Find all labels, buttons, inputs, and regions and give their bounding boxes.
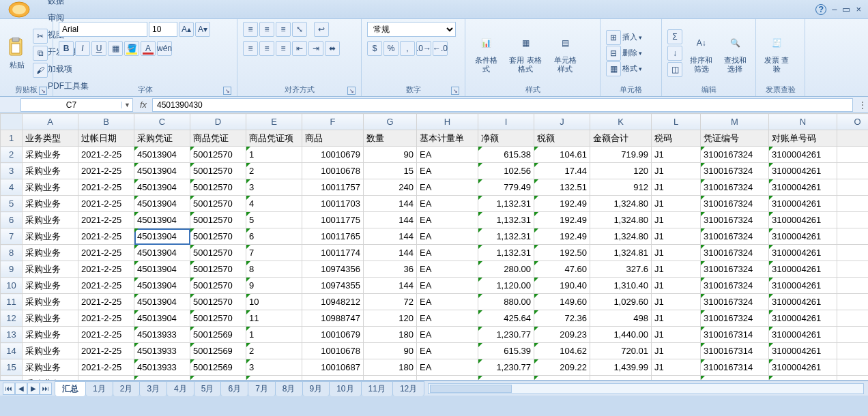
- indent-inc-button[interactable]: ⇥: [308, 41, 323, 56]
- cell[interactable]: 104.62: [534, 343, 590, 359]
- cell[interactable]: 50012570: [190, 278, 246, 294]
- sheet-nav-first[interactable]: ⏮: [3, 383, 15, 395]
- cell[interactable]: 商品凭证项: [246, 130, 302, 147]
- cell[interactable]: 192.49: [534, 228, 590, 245]
- phonetic-button[interactable]: wén: [157, 41, 172, 56]
- cell[interactable]: 45013933: [134, 359, 190, 376]
- cell[interactable]: J1: [652, 278, 701, 294]
- cell[interactable]: 1,310.40: [590, 278, 652, 294]
- name-box-dropdown[interactable]: ▼: [121, 102, 132, 108]
- cell[interactable]: 10011774: [302, 245, 364, 261]
- clear-button[interactable]: ◫: [667, 62, 682, 77]
- cell[interactable]: 1,324.81: [590, 245, 652, 261]
- minimize-icon[interactable]: –: [832, 4, 837, 14]
- cell[interactable]: 10988747: [302, 310, 364, 327]
- cell[interactable]: 采购业务: [23, 343, 78, 359]
- cell[interactable]: 2: [246, 163, 302, 179]
- row-header[interactable]: 15: [1, 359, 23, 376]
- cell[interactable]: [837, 245, 869, 261]
- cell[interactable]: 10010678: [302, 343, 364, 359]
- cell[interactable]: 采购业务: [23, 179, 78, 196]
- cell[interactable]: [837, 376, 869, 381]
- align-right-button[interactable]: ≡: [276, 41, 291, 56]
- cell[interactable]: 2021-2-25: [78, 327, 134, 343]
- font-size-select[interactable]: [149, 22, 177, 37]
- cell[interactable]: 180: [364, 327, 417, 343]
- sheet-tab[interactable]: 2月: [113, 381, 141, 396]
- align-top-button[interactable]: ≡: [243, 22, 258, 37]
- cell[interactable]: 3100004261: [769, 261, 837, 278]
- cell[interactable]: 3100004261: [769, 310, 837, 327]
- cell[interactable]: 209.23: [534, 327, 590, 343]
- cell[interactable]: 45013904: [134, 196, 190, 212]
- cell[interactable]: 2021-2-25: [78, 228, 134, 245]
- cell[interactable]: 3100167324: [701, 228, 769, 245]
- cell[interactable]: 90: [364, 343, 417, 359]
- row-header[interactable]: 8: [1, 245, 23, 261]
- insert-cells-button[interactable]: ⊞: [606, 30, 621, 45]
- cell[interactable]: 10974356: [302, 261, 364, 278]
- cell[interactable]: 10010678: [302, 163, 364, 179]
- cell[interactable]: 10011757: [302, 179, 364, 196]
- column-header[interactable]: A: [23, 114, 78, 130]
- cell[interactable]: 采购业务: [23, 376, 78, 381]
- comma-button[interactable]: ,: [400, 41, 415, 56]
- cell[interactable]: 4: [246, 196, 302, 212]
- cell[interactable]: 3100004261: [769, 359, 837, 376]
- cell[interactable]: [837, 278, 869, 294]
- cell[interactable]: 779.49: [478, 179, 534, 196]
- cell[interactable]: 过帐日期: [78, 130, 134, 147]
- cell[interactable]: 3100167324: [701, 179, 769, 196]
- cell[interactable]: 3100167324: [701, 163, 769, 179]
- cell[interactable]: 10974355: [302, 278, 364, 294]
- cell[interactable]: 商品凭证: [190, 130, 246, 147]
- cell[interactable]: 1,439.99: [590, 359, 652, 376]
- cell[interactable]: 10011703: [302, 196, 364, 212]
- ribbon-tab[interactable]: 数据: [40, 0, 97, 10]
- copy-button[interactable]: ⧉: [33, 46, 48, 61]
- cell[interactable]: 45013933: [134, 343, 190, 359]
- cell[interactable]: 36: [364, 261, 417, 278]
- cell[interactable]: 1,120.00: [478, 278, 534, 294]
- cell[interactable]: J1: [652, 163, 701, 179]
- column-header[interactable]: K: [590, 114, 652, 130]
- align-middle-button[interactable]: ≡: [259, 22, 274, 37]
- find-select-button[interactable]: 🔍查找和 选择: [721, 25, 751, 81]
- cell[interactable]: 3100167324: [701, 278, 769, 294]
- column-header[interactable]: J: [534, 114, 590, 130]
- cell[interactable]: EA: [417, 310, 478, 327]
- cell[interactable]: J1: [652, 359, 701, 376]
- cell[interactable]: 45013904: [134, 212, 190, 228]
- cell[interactable]: 50012570: [190, 212, 246, 228]
- border-button[interactable]: ▦: [108, 41, 123, 56]
- cell-styles-button[interactable]: ▤单元格 样式: [550, 25, 580, 81]
- cell[interactable]: [837, 212, 869, 228]
- cell[interactable]: 50012569: [190, 343, 246, 359]
- cell[interactable]: 102.56: [478, 163, 534, 179]
- dec-decimal-button[interactable]: ←.0: [433, 41, 448, 56]
- cell[interactable]: EA: [417, 228, 478, 245]
- cell[interactable]: [837, 294, 869, 310]
- cell[interactable]: EA: [417, 278, 478, 294]
- row-header[interactable]: 10: [1, 278, 23, 294]
- spreadsheet-grid[interactable]: ABCDEFGHIJKLMNO1业务类型过帐日期采购凭证商品凭证商品凭证项商品数…: [0, 113, 868, 381]
- cell[interactable]: 209.22: [534, 359, 590, 376]
- cell[interactable]: EA: [417, 147, 478, 163]
- cell[interactable]: 2021-2-25: [78, 376, 134, 381]
- cell[interactable]: 45013904: [134, 278, 190, 294]
- cell[interactable]: J1: [652, 343, 701, 359]
- cell[interactable]: EA: [417, 327, 478, 343]
- number-launcher[interactable]: ↘: [451, 87, 459, 95]
- cut-button[interactable]: ✂: [33, 29, 48, 44]
- cell[interactable]: 1,132.31: [478, 212, 534, 228]
- cell[interactable]: 3: [246, 359, 302, 376]
- column-header[interactable]: N: [769, 114, 837, 130]
- cell[interactable]: J1: [652, 212, 701, 228]
- row-header[interactable]: 16: [1, 376, 23, 381]
- cell[interactable]: 50012569: [190, 327, 246, 343]
- cell[interactable]: 2021-2-25: [78, 196, 134, 212]
- cell[interactable]: 3100167324: [701, 212, 769, 228]
- cell[interactable]: 1,324.80: [590, 228, 652, 245]
- cell[interactable]: 3100004261: [769, 245, 837, 261]
- sheet-tab[interactable]: 8月: [275, 381, 303, 396]
